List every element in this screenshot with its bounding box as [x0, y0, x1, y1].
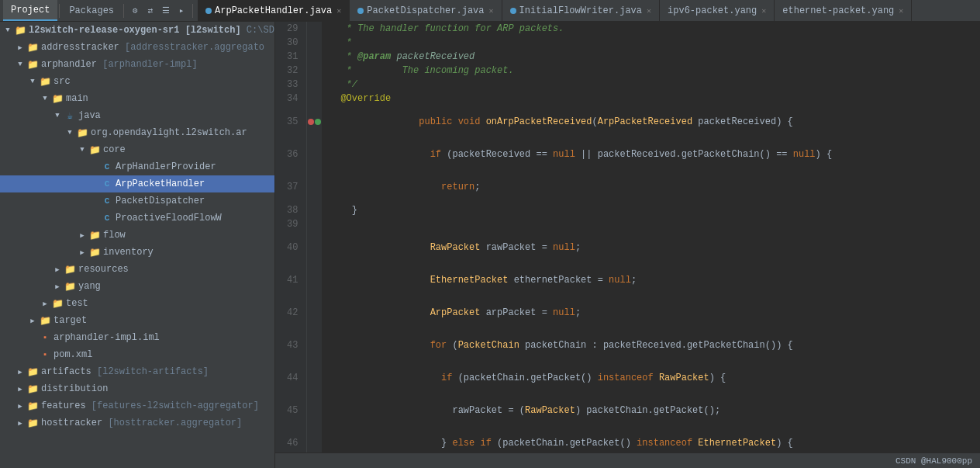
tree-arrow: ▶	[76, 229, 88, 241]
tree-label-features: features [features-l2switch-aggregator]	[41, 400, 259, 411]
line-code[interactable]: * The handler function for ARP packets.	[322, 22, 980, 36]
line-code[interactable]: * The incoming packet.	[322, 64, 980, 78]
settings-icon[interactable]: ⚙	[129, 5, 141, 17]
expand-icon[interactable]: ▸	[175, 5, 188, 17]
line-code[interactable]: */	[322, 78, 980, 92]
tree-item-target[interactable]: ▶ 📁 target	[0, 312, 274, 329]
close-icon[interactable]: ✕	[761, 6, 766, 16]
tree-label-flow: flow	[103, 230, 126, 241]
line-code[interactable]: if (packetChain.getPacket() instanceof R…	[322, 362, 980, 394]
code-line-30: 30 *	[275, 36, 980, 50]
tree-item-packet-dispatcher[interactable]: C PacketDispatcher	[0, 192, 274, 210]
line-code[interactable]: EthernetPacket ethernetPacket = null;	[322, 264, 980, 296]
tree-item-root[interactable]: ▼ 📁 l2switch-release-oxygen-sr1 [l2switc…	[0, 22, 274, 39]
sync-icon[interactable]: ⇄	[144, 5, 157, 17]
line-code[interactable]: if (packetReceived == null || packetRece…	[322, 138, 980, 171]
tree-item-iml[interactable]: ▪ arphandler-impl.iml	[0, 329, 274, 346]
tree-item-addresstracker[interactable]: ▶ 📁 addresstracker [addresstracker.aggre…	[0, 39, 274, 56]
tab-initial-flow-writer[interactable]: InitialFlowWriter.java ✕	[502, 0, 660, 21]
line-code[interactable]: } else if (packetChain.getPacket() insta…	[322, 427, 980, 452]
line-code[interactable]: for (PacketChain packetChain : packetRec…	[322, 329, 980, 362]
folder-icon: 📁	[26, 417, 39, 429]
tab-packages[interactable]: Packages	[61, 0, 122, 21]
tree-item-inventory[interactable]: ▶ 📁 inventory	[0, 244, 274, 261]
line-number: 32	[275, 64, 306, 78]
folder-icon: 📁	[26, 41, 39, 54]
folder-icon: 📁	[26, 400, 39, 412]
line-code[interactable]: * @param packetReceived	[322, 50, 980, 64]
tree-item-org[interactable]: ▼ 📁 org.opendaylight.l2switch.ar	[0, 124, 274, 141]
line-code[interactable]: rawPacket = (RawPacket) packetChain.getP…	[322, 394, 980, 427]
line-marker	[306, 203, 322, 217]
tree-item-main[interactable]: ▼ 📁 main	[0, 90, 274, 107]
tree-item-resources[interactable]: ▶ 📁 resources	[0, 261, 274, 278]
tab-ethernet-packet[interactable]: ethernet-packet.yang ✕	[775, 0, 912, 21]
close-icon[interactable]: ✕	[489, 6, 494, 16]
line-code[interactable]: *	[322, 36, 980, 50]
close-icon[interactable]: ✕	[899, 6, 903, 16]
line-marker	[306, 231, 322, 264]
tree-item-distribution[interactable]: ▶ 📁 distribution	[0, 380, 274, 397]
line-code[interactable]: public void onArpPacketReceived(ArpPacke…	[322, 106, 980, 138]
tree-label-artifacts: artifacts [l2switch-artifacts]	[41, 366, 209, 377]
tab-packet-dispatcher[interactable]: PacketDispatcher.java ✕	[350, 0, 502, 21]
line-code[interactable]: }	[322, 203, 980, 217]
line-code[interactable]: return;	[322, 171, 980, 203]
folder-icon: 📁	[88, 144, 101, 156]
tree-item-src[interactable]: ▼ 📁 src	[0, 73, 274, 90]
folder-icon: 📁	[26, 58, 39, 71]
tree-item-java[interactable]: ▼ ☕ java	[0, 107, 274, 124]
tree-item-hosttracker[interactable]: ▶ 📁 hosttracker [hosttracker.aggregator]	[0, 414, 274, 432]
code-scroll[interactable]: 29 * The handler function for ARP packet…	[275, 22, 980, 452]
code-line-43: 43 for (PacketChain packetChain : packet…	[275, 329, 980, 362]
tree-arrow: ▶	[14, 417, 26, 429]
tree-arrow: ▶	[14, 400, 26, 412]
tree-arrow: ▼	[64, 127, 76, 139]
folder-icon: 📁	[14, 24, 26, 36]
tab-arp-packet-handler[interactable]: ArpPacketHandler.java ✕	[198, 0, 350, 21]
tree-arrow: ▶	[14, 366, 26, 378]
watermark-label: CSDN @HAL9000pp	[895, 456, 972, 466]
tab-dot	[510, 8, 516, 14]
tree-item-core[interactable]: ▼ 📁 core	[0, 141, 274, 158]
close-icon[interactable]: ✕	[336, 6, 341, 16]
java-class-icon: C	[101, 161, 113, 173]
tree-item-test[interactable]: ▶ 📁 test	[0, 295, 274, 312]
line-code[interactable]: @Override	[322, 92, 980, 106]
tree-item-arp-handler-provider[interactable]: C ArpHandlerProvider	[0, 158, 274, 175]
tab-dot	[205, 8, 212, 14]
tree-label-iml: arphandler-impl.iml	[53, 332, 160, 343]
close-icon[interactable]: ✕	[647, 6, 651, 16]
tree-label: PacketDispatcher	[116, 196, 205, 206]
java-class-icon: C	[101, 212, 113, 224]
line-number: 46	[275, 427, 306, 452]
tab-project[interactable]: Project	[3, 0, 57, 21]
line-code[interactable]: ArpPacket arpPacket = null;	[322, 296, 980, 329]
code-line-38: 38 }	[275, 203, 980, 217]
tab-ipv6-packet[interactable]: ipv6-packet.yang ✕	[660, 0, 775, 21]
breakpoint-icon	[308, 119, 314, 125]
line-number: 29	[275, 22, 306, 36]
line-marker	[306, 78, 322, 92]
tab-label: ipv6-packet.yang	[668, 5, 757, 16]
line-number: 39	[275, 217, 306, 231]
code-line-41: 41 EthernetPacket ethernetPacket = null;	[275, 264, 980, 296]
tree-item-arp-packet-handler[interactable]: C ArpPacketHandler	[0, 175, 274, 192]
code-line-37: 37 return;	[275, 171, 980, 203]
tree-item-proactive[interactable]: C ProactiveFloodFlowW	[0, 210, 274, 227]
folder-icon: 📁	[51, 297, 64, 310]
tree-item-features[interactable]: ▶ 📁 features [features-l2switch-aggregat…	[0, 397, 274, 414]
tree-label-core: core	[103, 144, 126, 155]
line-code[interactable]: RawPacket rawPacket = null;	[322, 231, 980, 264]
gear-icon[interactable]: ☰	[160, 5, 172, 17]
line-code[interactable]	[322, 217, 980, 231]
tree-item-pom[interactable]: ▪ pom.xml	[0, 346, 274, 363]
tab-label: InitialFlowWriter.java	[519, 5, 642, 16]
tree-item-artifacts[interactable]: ▶ 📁 artifacts [l2switch-artifacts]	[0, 363, 274, 380]
folder-icon: 📁	[76, 127, 88, 139]
tab-dot	[357, 8, 364, 14]
tree-item-flow[interactable]: ▶ 📁 flow	[0, 227, 274, 244]
tree-label-inventory: inventory	[103, 247, 154, 258]
tree-item-arphandler[interactable]: ▼ 📁 arphandler [arphandler-impl]	[0, 56, 274, 73]
tree-item-yang[interactable]: ▶ 📁 yang	[0, 278, 274, 295]
